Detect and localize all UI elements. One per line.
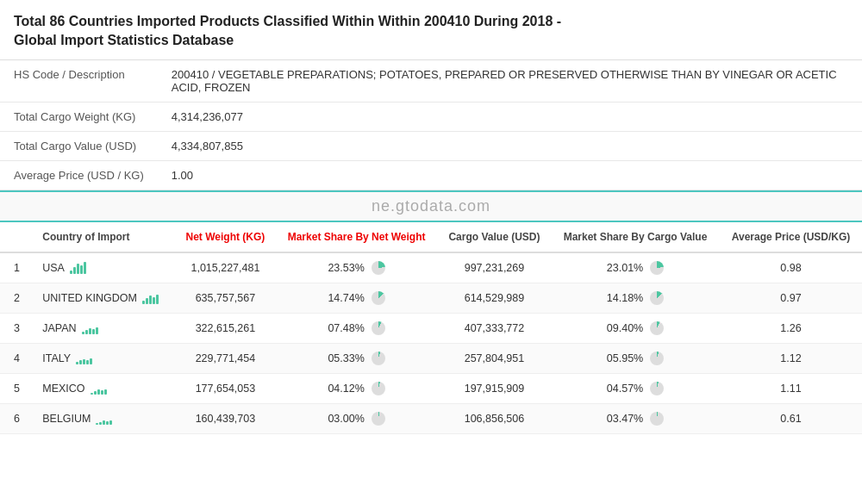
avg-price: 0.61 (720, 403, 862, 433)
market-share-cargo-value: 04.57% (607, 383, 643, 395)
country-name: USA (28, 252, 175, 283)
row-number: 3 (0, 313, 28, 343)
market-share-weight-value: 07.48% (328, 322, 364, 334)
market-share-weight: 04.12% (275, 373, 438, 403)
avg-price: 1.11 (720, 373, 862, 403)
table-row: 3 JAPAN 322,615,261 07.48% 407,333,772 0… (0, 313, 862, 343)
col-header-5: Market Share By Cargo Value (551, 222, 720, 252)
pie-chart-weight-icon[interactable] (372, 382, 385, 395)
col-header-4: Cargo Value (USD) (438, 222, 551, 252)
col-header-6: Average Price (USD/KG) (720, 222, 862, 252)
market-share-weight-value: 03.00% (328, 413, 364, 425)
cargo-value: 197,915,909 (438, 373, 551, 403)
info-value: 4,314,236,077 (158, 102, 862, 131)
net-weight: 160,439,703 (176, 403, 276, 433)
avg-price: 0.98 (720, 252, 862, 283)
info-label: Total Cargo Value (USD) (0, 131, 158, 160)
data-section: Country of ImportNet Weight (KG)Market S… (0, 222, 862, 434)
info-row: Total Cargo Value (USD) 4,334,807,855 (0, 131, 862, 160)
row-number: 6 (0, 403, 28, 433)
country-name: MEXICO (28, 373, 175, 403)
info-value: 1.00 (158, 160, 862, 190)
market-share-weight-value: 05.33% (328, 352, 364, 364)
market-share-weight: 23.53% (275, 252, 438, 283)
table-row: 6 BELGIUM 160,439,703 03.00% 106,856,506… (0, 403, 862, 433)
pie-chart-weight-icon[interactable] (372, 352, 385, 365)
market-share-cargo-value: 14.18% (607, 292, 643, 304)
market-share-cargo: 03.47% (551, 403, 720, 433)
pie-chart-cargo-icon[interactable] (650, 261, 664, 275)
page-header: Total 86 Countries Imported Products Cla… (0, 0, 862, 60)
bar-chart-icon[interactable] (96, 413, 112, 425)
pie-chart-cargo-icon[interactable] (650, 352, 664, 365)
market-share-cargo: 05.95% (551, 343, 720, 373)
market-share-weight-value: 04.12% (328, 383, 364, 395)
country-name: UNITED KINGDOM (28, 283, 175, 313)
info-row: Average Price (USD / KG) 1.00 (0, 160, 862, 190)
pie-chart-weight-icon[interactable] (372, 291, 385, 305)
country-label: BELGIUM (42, 413, 91, 425)
row-number: 5 (0, 373, 28, 403)
bar-chart-icon[interactable] (91, 383, 107, 395)
cargo-value: 997,231,269 (438, 252, 551, 283)
table-row: 1 USA 1,015,227,481 23.53% 997,231,269 2… (0, 252, 862, 283)
avg-price: 0.97 (720, 283, 862, 313)
col-header-1: Country of Import (28, 222, 175, 252)
info-row: HS Code / Description 200410 / VEGETABLE… (0, 60, 862, 103)
country-name: JAPAN (28, 313, 175, 343)
market-share-cargo-value: 23.01% (607, 262, 643, 274)
net-weight: 635,757,567 (176, 283, 276, 313)
table-row: 4 ITALY 229,771,454 05.33% 257,804,951 0… (0, 343, 862, 373)
pie-chart-weight-icon[interactable] (372, 412, 385, 426)
net-weight: 177,654,053 (176, 373, 276, 403)
market-share-cargo-value: 09.40% (607, 322, 643, 334)
country-label: USA (42, 262, 65, 274)
title-dash: - (553, 14, 561, 28)
table-row: 5 MEXICO 177,654,053 04.12% 197,915,909 … (0, 373, 862, 403)
watermark: ne.gtodata.com (0, 190, 862, 222)
bar-chart-icon[interactable] (76, 352, 92, 364)
pie-chart-cargo-icon[interactable] (650, 291, 664, 305)
avg-price: 1.26 (720, 313, 862, 343)
info-row: Total Cargo Weight (KG) 4,314,236,077 (0, 102, 862, 131)
page-title: Total 86 Countries Imported Products Cla… (14, 12, 848, 51)
info-label: Total Cargo Weight (KG) (0, 102, 158, 131)
market-share-cargo: 23.01% (551, 252, 720, 283)
country-label: JAPAN (42, 322, 76, 334)
table-row: 2 UNITED KINGDOM 635,757,567 14.74% 614,… (0, 283, 862, 313)
bar-chart-icon[interactable] (70, 262, 86, 274)
market-share-weight: 03.00% (275, 403, 438, 433)
bar-chart-icon[interactable] (142, 292, 159, 304)
title-subtitle: Global Import Statistics Database (14, 33, 234, 47)
title-text: Total 86 Countries Imported Products Cla… (14, 14, 553, 28)
market-share-weight: 05.33% (275, 343, 438, 373)
row-number: 1 (0, 252, 28, 283)
row-number: 4 (0, 343, 28, 373)
info-table: HS Code / Description 200410 / VEGETABLE… (0, 60, 862, 190)
pie-chart-weight-icon[interactable] (372, 321, 385, 335)
info-value: 200410 / VEGETABLE PREPARATIONS; POTATOE… (158, 60, 862, 103)
pie-chart-cargo-icon[interactable] (650, 321, 664, 335)
cargo-value: 106,856,506 (438, 403, 551, 433)
cargo-value: 407,333,772 (438, 313, 551, 343)
main-table: Country of ImportNet Weight (KG)Market S… (0, 222, 862, 434)
market-share-weight: 14.74% (275, 283, 438, 313)
market-share-weight-value: 14.74% (328, 292, 364, 304)
info-label: HS Code / Description (0, 60, 158, 103)
col-header-0 (0, 222, 28, 252)
net-weight: 322,615,261 (176, 313, 276, 343)
avg-price: 1.12 (720, 343, 862, 373)
col-header-2: Net Weight (KG) (176, 222, 276, 252)
market-share-weight-value: 23.53% (328, 262, 364, 274)
country-name: BELGIUM (28, 403, 175, 433)
bar-chart-icon[interactable] (82, 322, 98, 334)
country-label: MEXICO (42, 383, 84, 395)
info-value: 4,334,807,855 (158, 131, 862, 160)
pie-chart-cargo-icon[interactable] (650, 412, 664, 426)
country-label: ITALY (42, 352, 71, 364)
pie-chart-weight-icon[interactable] (372, 261, 385, 275)
market-share-cargo: 09.40% (551, 313, 720, 343)
pie-chart-cargo-icon[interactable] (650, 382, 664, 395)
market-share-cargo-value: 03.47% (607, 413, 643, 425)
market-share-cargo: 04.57% (551, 373, 720, 403)
